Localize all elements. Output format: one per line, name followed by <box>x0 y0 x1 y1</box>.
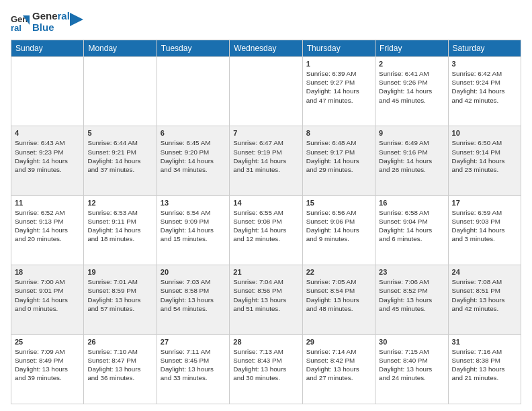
day-cell: 28Sunrise: 7:13 AM Sunset: 8:43 PM Dayli… <box>230 334 302 404</box>
week-row-3: 11Sunrise: 6:52 AM Sunset: 9:13 PM Dayli… <box>11 195 521 265</box>
day-cell <box>11 57 84 126</box>
day-info: Sunrise: 6:42 AM Sunset: 9:24 PM Dayligh… <box>452 69 517 105</box>
day-info: Sunrise: 7:15 AM Sunset: 8:40 PM Dayligh… <box>379 347 444 383</box>
day-info: Sunrise: 6:49 AM Sunset: 9:16 PM Dayligh… <box>379 138 444 174</box>
day-number: 6 <box>161 129 226 137</box>
day-info: Sunrise: 7:00 AM Sunset: 9:01 PM Dayligh… <box>15 277 80 313</box>
day-number: 13 <box>161 199 226 207</box>
header: Gene ral General Blue <box>11 11 521 33</box>
day-info: Sunrise: 6:54 AM Sunset: 9:09 PM Dayligh… <box>161 208 226 244</box>
day-cell <box>157 57 229 126</box>
day-info: Sunrise: 6:43 AM Sunset: 9:23 PM Dayligh… <box>15 138 80 174</box>
day-cell: 2Sunrise: 6:41 AM Sunset: 9:26 PM Daylig… <box>375 57 448 126</box>
svg-text:ral: ral <box>11 23 21 32</box>
day-info: Sunrise: 6:45 AM Sunset: 9:20 PM Dayligh… <box>161 138 226 174</box>
page: Gene ral General Blue SundayMondayTuesda… <box>0 0 532 411</box>
day-info: Sunrise: 7:11 AM Sunset: 8:45 PM Dayligh… <box>161 347 226 383</box>
day-info: Sunrise: 6:56 AM Sunset: 9:06 PM Dayligh… <box>306 208 371 244</box>
day-info: Sunrise: 7:09 AM Sunset: 8:49 PM Dayligh… <box>15 347 80 383</box>
day-cell: 29Sunrise: 7:14 AM Sunset: 8:42 PM Dayli… <box>302 334 375 404</box>
day-cell: 5Sunrise: 6:44 AM Sunset: 9:21 PM Daylig… <box>84 126 157 195</box>
calendar-table: SundayMondayTuesdayWednesdayThursdayFrid… <box>11 40 521 404</box>
day-number: 10 <box>452 129 517 137</box>
day-number: 19 <box>87 268 152 276</box>
day-info: Sunrise: 7:13 AM Sunset: 8:43 PM Dayligh… <box>233 347 298 383</box>
day-info: Sunrise: 7:14 AM Sunset: 8:42 PM Dayligh… <box>306 347 371 383</box>
week-row-4: 18Sunrise: 7:00 AM Sunset: 9:01 PM Dayli… <box>11 265 521 334</box>
day-number: 14 <box>233 199 298 207</box>
day-cell: 31Sunrise: 7:16 AM Sunset: 8:38 PM Dayli… <box>448 334 521 404</box>
day-info: Sunrise: 6:50 AM Sunset: 9:14 PM Dayligh… <box>452 138 517 174</box>
logo-icon: Gene ral <box>11 13 30 32</box>
day-cell: 11Sunrise: 6:52 AM Sunset: 9:13 PM Dayli… <box>11 195 84 265</box>
weekday-header-sunday: Sunday <box>11 40 84 57</box>
day-number: 21 <box>233 268 298 276</box>
day-cell: 16Sunrise: 6:58 AM Sunset: 9:04 PM Dayli… <box>375 195 448 265</box>
day-number: 17 <box>452 199 517 207</box>
day-info: Sunrise: 6:53 AM Sunset: 9:11 PM Dayligh… <box>87 208 152 244</box>
day-info: Sunrise: 7:06 AM Sunset: 8:52 PM Dayligh… <box>379 277 444 313</box>
weekday-header-tuesday: Tuesday <box>157 40 229 57</box>
day-cell: 24Sunrise: 7:08 AM Sunset: 8:51 PM Dayli… <box>448 265 521 334</box>
week-row-1: 1Sunrise: 6:39 AM Sunset: 9:27 PM Daylig… <box>11 57 521 126</box>
day-info: Sunrise: 7:04 AM Sunset: 8:56 PM Dayligh… <box>233 277 298 313</box>
logo-text: General Blue <box>32 11 70 33</box>
day-cell: 27Sunrise: 7:11 AM Sunset: 8:45 PM Dayli… <box>157 334 229 404</box>
day-info: Sunrise: 6:39 AM Sunset: 9:27 PM Dayligh… <box>306 69 371 105</box>
day-number: 3 <box>452 60 517 68</box>
day-cell: 15Sunrise: 6:56 AM Sunset: 9:06 PM Dayli… <box>302 195 375 265</box>
day-number: 31 <box>452 338 517 346</box>
day-cell: 7Sunrise: 6:47 AM Sunset: 9:19 PM Daylig… <box>230 126 302 195</box>
day-cell: 12Sunrise: 6:53 AM Sunset: 9:11 PM Dayli… <box>84 195 157 265</box>
day-number: 20 <box>161 268 226 276</box>
day-cell: 17Sunrise: 6:59 AM Sunset: 9:03 PM Dayli… <box>448 195 521 265</box>
day-number: 11 <box>15 199 80 207</box>
weekday-header-friday: Friday <box>375 40 448 57</box>
day-cell: 18Sunrise: 7:00 AM Sunset: 9:01 PM Dayli… <box>11 265 84 334</box>
day-info: Sunrise: 6:41 AM Sunset: 9:26 PM Dayligh… <box>379 69 444 105</box>
day-cell: 8Sunrise: 6:48 AM Sunset: 9:17 PM Daylig… <box>302 126 375 195</box>
day-info: Sunrise: 7:10 AM Sunset: 8:47 PM Dayligh… <box>87 347 152 383</box>
day-number: 29 <box>306 338 371 346</box>
day-info: Sunrise: 6:59 AM Sunset: 9:03 PM Dayligh… <box>452 208 517 244</box>
day-cell: 6Sunrise: 6:45 AM Sunset: 9:20 PM Daylig… <box>157 126 229 195</box>
day-info: Sunrise: 7:08 AM Sunset: 8:51 PM Dayligh… <box>452 277 517 313</box>
day-cell: 21Sunrise: 7:04 AM Sunset: 8:56 PM Dayli… <box>230 265 302 334</box>
day-cell <box>84 57 157 126</box>
weekday-header-wednesday: Wednesday <box>230 40 302 57</box>
weekday-header-monday: Monday <box>84 40 157 57</box>
day-info: Sunrise: 7:01 AM Sunset: 8:59 PM Dayligh… <box>87 277 152 313</box>
day-info: Sunrise: 7:05 AM Sunset: 8:54 PM Dayligh… <box>306 277 371 313</box>
day-number: 23 <box>379 268 444 276</box>
day-cell: 26Sunrise: 7:10 AM Sunset: 8:47 PM Dayli… <box>84 334 157 404</box>
day-number: 12 <box>87 199 152 207</box>
day-info: Sunrise: 6:44 AM Sunset: 9:21 PM Dayligh… <box>87 138 152 174</box>
weekday-header-thursday: Thursday <box>302 40 375 57</box>
week-row-5: 25Sunrise: 7:09 AM Sunset: 8:49 PM Dayli… <box>11 334 521 404</box>
day-number: 15 <box>306 199 371 207</box>
day-number: 1 <box>306 60 371 68</box>
week-row-2: 4Sunrise: 6:43 AM Sunset: 9:23 PM Daylig… <box>11 126 521 195</box>
day-number: 4 <box>15 129 80 137</box>
day-number: 16 <box>379 199 444 207</box>
day-number: 26 <box>87 338 152 346</box>
day-cell: 4Sunrise: 6:43 AM Sunset: 9:23 PM Daylig… <box>11 126 84 195</box>
day-number: 18 <box>15 268 80 276</box>
day-number: 27 <box>161 338 226 346</box>
day-number: 8 <box>306 129 371 137</box>
day-info: Sunrise: 6:48 AM Sunset: 9:17 PM Dayligh… <box>306 138 371 174</box>
day-cell: 23Sunrise: 7:06 AM Sunset: 8:52 PM Dayli… <box>375 265 448 334</box>
logo: Gene ral General Blue <box>11 11 83 33</box>
day-number: 7 <box>233 129 298 137</box>
day-cell: 19Sunrise: 7:01 AM Sunset: 8:59 PM Dayli… <box>84 265 157 334</box>
day-number: 28 <box>233 338 298 346</box>
day-cell: 20Sunrise: 7:03 AM Sunset: 8:58 PM Dayli… <box>157 265 229 334</box>
day-number: 2 <box>379 60 444 68</box>
svg-marker-3 <box>70 13 83 26</box>
day-cell: 22Sunrise: 7:05 AM Sunset: 8:54 PM Dayli… <box>302 265 375 334</box>
day-cell: 10Sunrise: 6:50 AM Sunset: 9:14 PM Dayli… <box>448 126 521 195</box>
day-cell: 9Sunrise: 6:49 AM Sunset: 9:16 PM Daylig… <box>375 126 448 195</box>
day-cell: 3Sunrise: 6:42 AM Sunset: 9:24 PM Daylig… <box>448 57 521 126</box>
day-info: Sunrise: 6:58 AM Sunset: 9:04 PM Dayligh… <box>379 208 444 244</box>
weekday-header-saturday: Saturday <box>448 40 521 57</box>
